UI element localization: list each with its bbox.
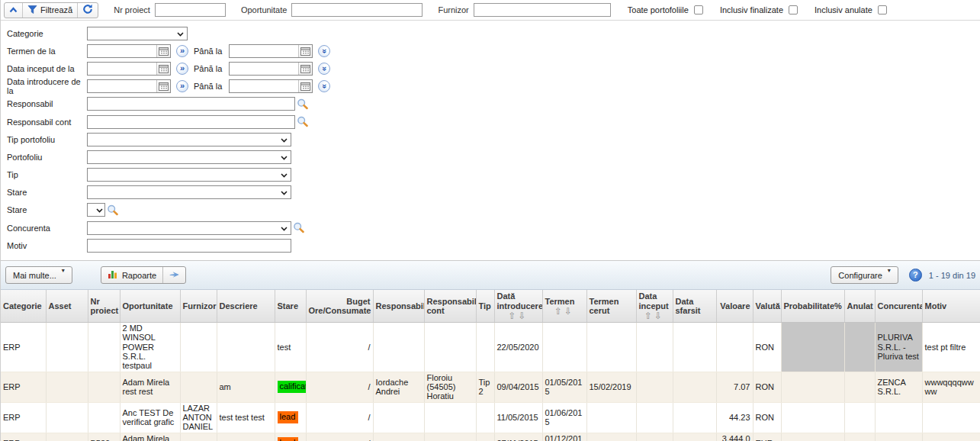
range-expand-icon[interactable]: » — [318, 80, 330, 92]
cell-data-introducere-r3: 11/05/2015 — [494, 402, 542, 433]
col-header-data-sfarsit[interactable]: Data sfarsit — [673, 290, 716, 322]
run-report-button[interactable] — [163, 267, 185, 283]
help-icon[interactable]: ? — [909, 269, 922, 282]
cell-concurenta-r4 — [875, 433, 922, 441]
filter-select-tip-portofoliu[interactable] — [87, 133, 291, 146]
sort-asc-icon[interactable]: ⇧ — [508, 311, 518, 321]
mai-multe-button[interactable]: Mai multe... ▾ — [5, 266, 72, 284]
col-header-asset[interactable]: Asset — [46, 290, 88, 322]
filter-select-stare-2[interactable] — [87, 203, 105, 217]
col-header-valoare[interactable]: Valoare — [716, 290, 753, 322]
table-row[interactable]: ERPB530Adam Mirela Vanzare ERPlead/27/11… — [1, 433, 980, 441]
col-header-valuta[interactable]: Valută — [753, 290, 781, 322]
inclusiv-finalizate-checkbox[interactable] — [789, 5, 798, 14]
search-icon[interactable] — [297, 116, 309, 127]
filter-select-concurenta[interactable] — [87, 221, 291, 235]
range-forward-icon[interactable]: » — [176, 80, 188, 92]
range-forward-icon[interactable]: » — [176, 63, 188, 75]
calendar-icon[interactable] — [156, 63, 170, 75]
cell-concurenta-r1: PLURIVA S.R.L. - Pluriva test — [875, 323, 922, 372]
table-row[interactable]: ERPAnc TEST De verificat graficLAZAR ANT… — [1, 402, 980, 433]
col-header-data-introducere[interactable]: Dată introducere⇧⇩ — [494, 290, 542, 322]
sort-desc-icon[interactable]: ⇩ — [519, 311, 529, 321]
filter-input-responsabil[interactable] — [87, 97, 295, 111]
calendar-icon[interactable] — [298, 63, 312, 75]
filter-input-responsabil-cont[interactable] — [87, 115, 295, 129]
collapse-panel-button[interactable] — [5, 3, 23, 18]
col-header-termen[interactable]: Termen⇧⇩ — [542, 290, 586, 322]
pagination-label: 1 - 19 din 19 — [929, 271, 975, 280]
toate-portofoliile-checkbox[interactable] — [694, 5, 703, 14]
filter-row-concurenta: Concurenta — [7, 219, 980, 237]
toate-portofoliile-option: Toate portofoliile — [628, 5, 703, 14]
rapoarte-label: Rapoarte — [122, 271, 156, 280]
calendar-icon[interactable] — [298, 45, 312, 57]
cell-termen-cerut-r2: 15/02/2019 — [586, 372, 636, 402]
filter-date-from-data-introducere-de-la-input[interactable] — [88, 80, 156, 92]
col-header-categorie[interactable]: Categorie — [1, 290, 46, 322]
col-header-stare[interactable]: Stare — [275, 290, 306, 322]
table-row[interactable]: ERPAdam Mirela rest restamcalificat/Iord… — [1, 372, 980, 402]
filter-date-to-data-inceput-de-la-input[interactable] — [230, 63, 298, 75]
filter-date-to-data-introducere-de-la-input[interactable] — [230, 80, 298, 92]
range-expand-icon[interactable]: » — [318, 45, 330, 57]
filter-date-to-data-introducere-de-la — [229, 79, 313, 93]
search-icon[interactable] — [107, 204, 119, 216]
filter-input-motiv[interactable] — [87, 239, 291, 253]
calendar-icon[interactable] — [298, 80, 312, 92]
cell-responsabil-r4 — [373, 433, 424, 441]
filter-select-portofoliu[interactable] — [87, 150, 291, 164]
col-header-responsabil-cont[interactable]: Responsabil cont — [424, 290, 476, 322]
col-header-label: Descriere — [220, 301, 258, 311]
oportunitate-input[interactable] — [291, 3, 423, 17]
rapoarte-button[interactable]: Rapoarte — [101, 267, 163, 283]
until-label: Până la — [194, 82, 222, 91]
filter-date-to-termen-de-la-input[interactable] — [230, 45, 298, 57]
col-header-concurenta[interactable]: Concurenta — [875, 290, 922, 322]
col-header-anulat[interactable]: Anulat — [844, 290, 875, 322]
inclusiv-anulate-checkbox[interactable] — [878, 5, 887, 14]
range-expand-icon[interactable]: » — [318, 63, 330, 75]
col-header-label: Oportunitate — [123, 301, 173, 311]
col-header-tip[interactable]: Tip — [476, 290, 494, 322]
cell-concurenta-r2: ZENCA S.R.L. — [875, 372, 922, 402]
sort-desc-icon[interactable]: ⇩ — [654, 311, 664, 321]
col-header-nr-proiect[interactable]: Nr proiect — [88, 290, 120, 322]
refresh-button[interactable] — [78, 3, 98, 18]
nr-proiect-input[interactable] — [155, 3, 226, 17]
filter-date-from-termen-de-la-input[interactable] — [88, 45, 156, 57]
table-row[interactable]: ERP2 MD WINSOL POWER S.R.L. testpaultest… — [1, 323, 980, 372]
sort-desc-icon[interactable]: ⇩ — [564, 306, 574, 317]
filter-date-from-data-inceput-de-la-input[interactable] — [88, 63, 156, 75]
col-header-oportunitate[interactable]: Oportunitate — [120, 290, 180, 322]
col-header-probabilitate%[interactable]: Probabilitate% — [781, 290, 844, 322]
filter-select-stare[interactable] — [87, 185, 291, 199]
sort-asc-icon[interactable]: ⇧ — [554, 306, 564, 317]
cell-valoare-r2: 7.07 — [716, 372, 753, 402]
col-header-data-inceput[interactable]: Data inceput⇧⇩ — [636, 290, 673, 322]
search-icon[interactable] — [293, 222, 305, 233]
cell-motiv-r4 — [922, 433, 980, 441]
calendar-icon[interactable] — [156, 80, 170, 92]
col-header-termen-cerut[interactable]: Termen cerut — [586, 290, 636, 322]
filter-select-tip[interactable] — [87, 168, 291, 182]
filter-select-categorie[interactable] — [87, 27, 188, 40]
calendar-icon[interactable] — [156, 45, 170, 57]
status-chip: lead — [278, 437, 299, 441]
mai-multe-label: Mai multe... — [13, 271, 56, 280]
sort-asc-icon[interactable]: ⇧ — [644, 311, 654, 321]
cell-motiv-r1: test pt filtre — [922, 323, 980, 372]
search-icon[interactable] — [297, 98, 309, 110]
sort-arrows: ⇧⇩ — [545, 307, 584, 316]
col-header-buget-ore-consumate[interactable]: Buget Ore/Consumate — [306, 290, 373, 322]
furnizor-input[interactable] — [474, 3, 611, 17]
col-header-motiv[interactable]: Motiv — [922, 290, 980, 322]
filter-date-from-data-introducere-de-la — [87, 79, 171, 93]
col-header-responsabil[interactable]: Responsabil — [373, 290, 424, 322]
configurare-button[interactable]: Configurare ▾ — [831, 266, 898, 284]
filtreaza-button[interactable]: Filtrează — [23, 3, 78, 18]
col-header-furnizor[interactable]: Furnizor — [180, 290, 217, 322]
range-forward-icon[interactable]: » — [176, 45, 188, 57]
col-header-label: Nr proiect — [91, 297, 119, 315]
col-header-descriere[interactable]: Descriere — [217, 290, 275, 322]
